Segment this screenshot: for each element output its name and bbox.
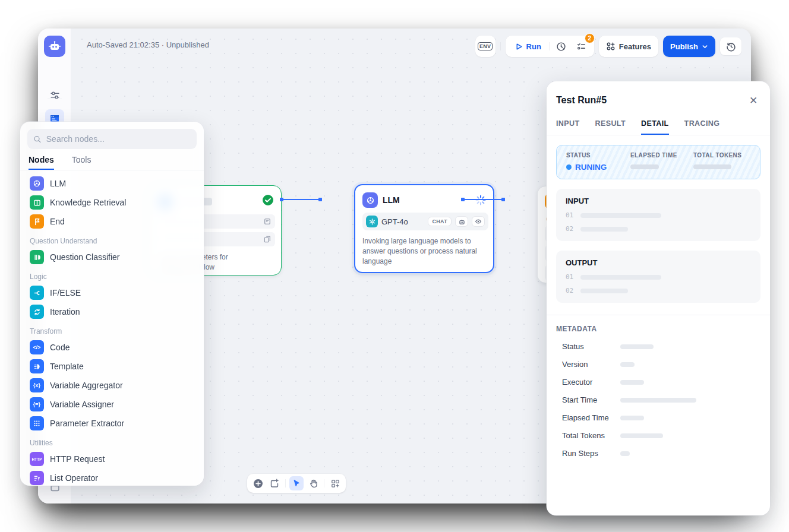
parameter-extractor-icon: [30, 416, 44, 430]
vision-eye-icon[interactable]: [472, 216, 485, 227]
total-tokens-skeleton: [693, 164, 731, 169]
edge-start-to-llm: [281, 199, 321, 200]
section-transform: Transform: [25, 321, 199, 338]
llm-node-title: LLM: [383, 195, 400, 205]
output-line-skeleton: [580, 275, 661, 280]
openai-model-icon: [366, 216, 378, 227]
node-item-template[interactable]: Template: [25, 357, 199, 376]
add-note-button[interactable]: [267, 476, 282, 490]
section-utilities: Utilities: [25, 433, 199, 449]
add-node-button[interactable]: [251, 476, 265, 490]
code-icon: </>: [30, 340, 44, 354]
edge-llm-to-end: [462, 199, 504, 200]
preferences-sliders-icon[interactable]: [48, 88, 62, 102]
screen: launch parameters for initiating workflo…: [0, 0, 789, 532]
meta-row-elapsed-time: Elapsed Time: [556, 413, 760, 422]
node-item-code[interactable]: </> Code: [25, 338, 199, 357]
features-button[interactable]: Features: [599, 36, 658, 57]
meta-value-skeleton: [620, 344, 654, 349]
autosave-status: Auto-Saved 21:02:35 · Unpublished: [87, 40, 209, 49]
chat-mode-badge: CHAT: [428, 217, 452, 226]
run-history-time-icon[interactable]: [553, 37, 570, 55]
run-panel-tabs: INPUT RESULT DETAIL TRACING: [556, 119, 760, 135]
tab-nodes[interactable]: Nodes: [29, 155, 54, 170]
node-item-iteration[interactable]: Iteration: [25, 302, 199, 321]
checklist-button[interactable]: 2: [573, 37, 591, 55]
meta-value-skeleton: [620, 451, 630, 456]
meta-value-skeleton: [620, 433, 663, 438]
list-operator-icon: [30, 471, 44, 485]
node-item-llm[interactable]: LLM: [25, 174, 199, 193]
node-item-list-operator[interactable]: List Operator: [25, 468, 199, 486]
toolbar-divider: [285, 479, 286, 487]
question-classifier-icon: [30, 250, 44, 264]
meta-value-skeleton: [620, 398, 696, 403]
meta-row-version: Version: [556, 360, 760, 369]
node-search-box[interactable]: [27, 129, 197, 149]
output-title: OUTPUT: [566, 258, 751, 267]
tab-tracing[interactable]: TRACING: [684, 119, 720, 135]
node-item-http-request[interactable]: HTTP HTTP Request: [25, 449, 199, 468]
model-selector[interactable]: GPT-4o CHAT: [362, 213, 488, 230]
node-item-question-classifier[interactable]: Question Classifier: [25, 248, 199, 267]
if-else-icon: [30, 286, 44, 300]
node-item-end[interactable]: End: [25, 212, 199, 231]
tab-detail[interactable]: DETAIL: [641, 119, 669, 135]
tab-result[interactable]: RESULT: [595, 119, 626, 135]
vision-robot-icon[interactable]: [455, 216, 468, 227]
checklist-count-badge: 2: [585, 33, 595, 43]
run-panel-title: Test Run#5: [556, 95, 607, 106]
rail-divider: [48, 99, 62, 99]
chevron-down-icon: [702, 43, 708, 50]
llm-icon: [30, 176, 44, 191]
run-group-divider: [550, 42, 550, 50]
line-number: 02: [566, 287, 573, 294]
topbar-divider: [500, 42, 501, 50]
section-logic: Logic: [25, 267, 199, 283]
node-item-variable-assigner[interactable]: {=} Variable Assigner: [25, 395, 199, 414]
http-request-icon: HTTP: [30, 452, 44, 466]
node-search-panel: Nodes Tools LLM Knowledge Retrieval End …: [20, 122, 204, 486]
env-variables-button[interactable]: ENV: [475, 36, 496, 57]
organize-nodes-button[interactable]: [328, 476, 342, 490]
version-history-button[interactable]: [720, 37, 741, 55]
metadata-title: METADATA: [556, 325, 760, 333]
output-line-skeleton: [580, 289, 628, 293]
line-number: 01: [566, 211, 573, 219]
input-line-skeleton: [580, 227, 628, 232]
node-panel-tabs: Nodes Tools: [20, 155, 204, 170]
llm-node-description: Invoking large language models to answer…: [362, 236, 488, 267]
status-value: RUNING: [566, 163, 630, 172]
variable-aggregator-icon: {x}: [30, 378, 44, 392]
test-run-panel: Test Run#5 ✕ INPUT RESULT DETAIL TRACING…: [547, 81, 770, 515]
toolbar-divider: [324, 479, 324, 487]
end-icon: [30, 214, 44, 229]
node-item-if-else[interactable]: IF/ELSE: [25, 283, 199, 302]
node-item-variable-aggregator[interactable]: {x} Variable Aggregator: [25, 376, 199, 395]
meta-value-skeleton: [620, 416, 644, 420]
close-icon[interactable]: ✕: [746, 93, 760, 107]
node-search-input[interactable]: [46, 134, 191, 144]
pointer-mode-button[interactable]: [289, 476, 304, 490]
run-button[interactable]: Run: [509, 42, 547, 51]
text-field-icon: [264, 218, 271, 225]
llm-node[interactable]: LLM: [354, 184, 494, 273]
elapsed-time-label: ELAPSED TIME: [630, 152, 693, 159]
node-item-knowledge-retrieval[interactable]: Knowledge Retrieval: [25, 193, 199, 212]
hand-mode-button[interactable]: [306, 476, 320, 490]
success-check-icon: [262, 194, 274, 206]
output-card: OUTPUT 01 02: [556, 251, 760, 303]
topbar-actions: ENV Run 2 Features: [475, 36, 741, 57]
features-grid-icon: [606, 42, 616, 51]
tab-input[interactable]: INPUT: [556, 119, 580, 135]
meta-row-run-steps: Run Steps: [556, 449, 760, 458]
meta-row-executor: Executor: [556, 378, 760, 387]
tab-tools[interactable]: Tools: [72, 155, 91, 170]
node-item-parameter-extractor[interactable]: Parameter Extractor: [25, 414, 199, 433]
run-group: Run 2: [506, 36, 594, 57]
app-logo-robot-icon[interactable]: [44, 36, 65, 57]
status-label: STATUS: [566, 152, 630, 159]
publish-button[interactable]: Publish: [663, 36, 715, 57]
running-spinner-icon: [475, 195, 486, 205]
running-dot-icon: [566, 164, 572, 170]
